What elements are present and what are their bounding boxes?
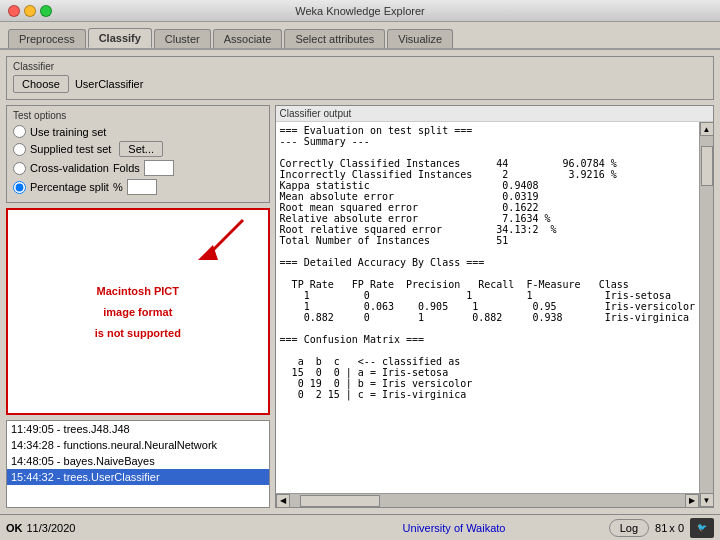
tab-visualize[interactable]: Visualize xyxy=(387,29,453,48)
percentage-split-row: Percentage split % 66 xyxy=(13,179,263,195)
output-main: === Evaluation on test split === --- Sum… xyxy=(276,122,699,507)
percentage-split-label: Percentage split xyxy=(30,181,109,193)
choose-button[interactable]: Choose xyxy=(13,75,69,93)
v-scroll-thumb[interactable] xyxy=(701,146,713,186)
h-scrollbar[interactable]: ◀ ▶ xyxy=(276,493,699,507)
test-options-label: Test options xyxy=(13,110,263,121)
tab-cluster[interactable]: Cluster xyxy=(154,29,211,48)
history-item-3[interactable]: 15:44:32 - trees.UserClassifier xyxy=(7,469,269,485)
output-panel-label: Classifier output xyxy=(276,106,713,122)
supplied-test-set-row: Supplied test set Set... xyxy=(13,141,263,157)
folds-input[interactable]: 10 xyxy=(144,160,174,176)
use-training-set-label: Use training set xyxy=(30,126,106,138)
tab-associate[interactable]: Associate xyxy=(213,29,283,48)
use-training-set-radio[interactable] xyxy=(13,125,26,138)
output-content[interactable]: === Evaluation on test split === --- Sum… xyxy=(276,122,699,493)
statusbar: OK 11/3/2020 University of Waikato Log 8… xyxy=(0,514,720,540)
folds-label: Folds xyxy=(113,162,140,174)
status-ok: OK xyxy=(6,522,23,534)
set-button[interactable]: Set... xyxy=(119,141,163,157)
cross-validation-label: Cross-validation xyxy=(30,162,109,174)
status-university: University of Waikato xyxy=(307,522,600,534)
cross-validation-row: Cross-validation Folds 10 xyxy=(13,160,263,176)
tabbar: Preprocess Classify Cluster Associate Se… xyxy=(0,22,720,50)
percentage-split-radio[interactable] xyxy=(13,181,26,194)
pct-symbol: % xyxy=(113,181,123,193)
use-training-set-row: Use training set xyxy=(13,125,263,138)
test-options-panel: Test options Use training set Supplied t… xyxy=(6,105,270,203)
log-button[interactable]: Log xyxy=(609,519,649,537)
v-scroll-track[interactable] xyxy=(700,136,714,493)
mac-image-placeholder: Macintosh PICT image format is not suppo… xyxy=(6,208,270,415)
window-controls xyxy=(8,5,52,17)
close-button[interactable] xyxy=(8,5,20,17)
classifier-row: Choose UserClassifier xyxy=(13,75,707,93)
pct-input[interactable]: 66 xyxy=(127,179,157,195)
scroll-down-button[interactable]: ▼ xyxy=(700,493,714,507)
v-scrollbar[interactable]: ▲ ▼ xyxy=(699,122,713,507)
output-panel: Classifier output === Evaluation on test… xyxy=(275,105,714,508)
window-title: Weka Knowledge Explorer xyxy=(295,5,424,17)
history-item-1[interactable]: 14:34:28 - functions.neural.NeuralNetwor… xyxy=(7,437,269,453)
main-area: Classifier Choose UserClassifier Test op… xyxy=(0,50,720,514)
content-area: Test options Use training set Supplied t… xyxy=(6,105,714,508)
cross-validation-radio[interactable] xyxy=(13,162,26,175)
scroll-left-button[interactable]: ◀ xyxy=(276,494,290,508)
history-item-2[interactable]: 14:48:05 - bayes.NaiveBayes xyxy=(7,453,269,469)
result-history: 11:49:05 - trees.J48.J48 14:34:28 - func… xyxy=(6,420,270,508)
classifier-name: UserClassifier xyxy=(75,78,143,90)
red-arrow-icon xyxy=(193,215,253,265)
tab-select-attributes[interactable]: Select attributes xyxy=(284,29,385,48)
h-scroll-track[interactable] xyxy=(290,494,685,508)
maximize-button[interactable] xyxy=(40,5,52,17)
scroll-right-button[interactable]: ▶ xyxy=(685,494,699,508)
classifier-panel: Classifier Choose UserClassifier xyxy=(6,56,714,100)
mac-image-text: Macintosh PICT image format is not suppo… xyxy=(95,280,181,342)
titlebar: Weka Knowledge Explorer xyxy=(0,0,720,22)
tab-preprocess[interactable]: Preprocess xyxy=(8,29,86,48)
tab-classify[interactable]: Classify xyxy=(88,28,152,48)
scroll-up-button[interactable]: ▲ xyxy=(700,122,714,136)
left-panel: Test options Use training set Supplied t… xyxy=(6,105,270,508)
minimize-button[interactable] xyxy=(24,5,36,17)
status-left: OK 11/3/2020 xyxy=(6,522,299,534)
supplied-test-set-label: Supplied test set xyxy=(30,143,111,155)
status-right: Log 81 x 0 🐦 xyxy=(609,518,714,538)
zoom-suffix: x 0 xyxy=(669,522,684,534)
zoom-area: 81 x 0 xyxy=(655,522,684,534)
weka-icon: 🐦 xyxy=(690,518,714,538)
h-scroll-thumb[interactable] xyxy=(300,495,380,507)
zoom-value: 81 xyxy=(655,522,667,534)
status-date: 11/3/2020 xyxy=(27,522,76,534)
output-scroll-container: === Evaluation on test split === --- Sum… xyxy=(276,122,713,507)
history-item-0[interactable]: 11:49:05 - trees.J48.J48 xyxy=(7,421,269,437)
classifier-group-label: Classifier xyxy=(13,61,707,72)
supplied-test-set-radio[interactable] xyxy=(13,143,26,156)
